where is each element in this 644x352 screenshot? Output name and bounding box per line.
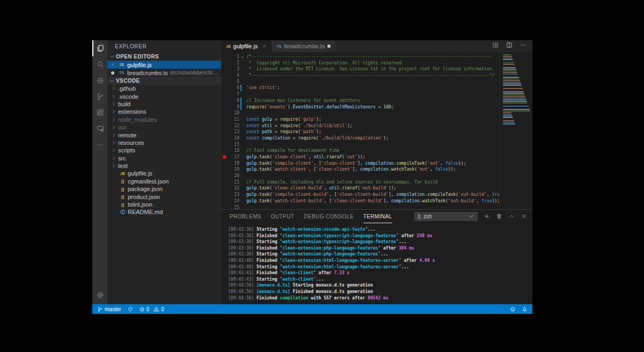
tree-file-product.json[interactable]: {}product.json [107,193,221,200]
terminal-shell-select[interactable]: 1: zsh [414,212,478,221]
git-branch-item[interactable]: master [97,306,121,312]
activity-item-debug[interactable] [92,72,107,89]
tree-folder-src[interactable]: src [107,155,221,162]
activity-item-search[interactable] [92,56,107,72]
notifications-bell-button[interactable] [522,306,528,312]
fold-chevron-icon[interactable]: ⌄ [239,54,245,60]
feedback-smiley-button[interactable] [510,306,516,312]
activity-item-manage[interactable] [92,286,107,304]
gutter-margin[interactable] [221,91,228,98]
gutter-margin[interactable] [221,204,228,210]
gutter-margin[interactable] [221,104,228,111]
tab-breadcrumbs.ts[interactable]: TSbreadcrumbs.ts [272,40,335,52]
gutter-margin[interactable] [221,110,228,116]
tab-gulpfile.js[interactable]: JSgulpfile.js [221,40,272,52]
code-line-17[interactable]: 17gulp.task('clean-client', util.rimraf(… [221,154,499,160]
code-line-7[interactable]: 7 [221,91,499,98]
activity-item-explorer[interactable] [92,40,107,56]
close-icon[interactable] [109,62,116,67]
code-line-1[interactable]: 1⌄/*------------------------------------… [221,54,499,60]
code-line-24[interactable]: 24gulp.task('watch-client-build', ['clea… [221,198,499,204]
tree-folder-test[interactable]: test [107,162,221,170]
open-editor-item[interactable]: TSbreadcrumbs.tssrc/vs/workbench/brows..… [107,69,221,77]
tree-folder-node_modules[interactable]: node_modules [107,116,221,123]
code-line-8[interactable]: 8// Increase max listeners for event emi… [221,98,499,104]
open-editor-item[interactable]: JSgulpfile.js [107,61,221,69]
editor[interactable]: 1⌄/*------------------------------------… [221,52,532,209]
code-line-25[interactable]: 25 [221,204,499,210]
tree-file-package.json[interactable]: {}package.json [107,185,221,193]
open-changes-icon[interactable] [492,41,499,51]
gutter-margin[interactable] [221,116,228,123]
terminal-output[interactable]: [09:43:36] Starting 'watch-extension:vsc… [221,223,532,304]
workspace-section-header[interactable]: VSCODE [107,77,221,85]
more-actions-icon[interactable] [519,41,527,51]
code-line-4[interactable]: 4 *-------------------------------------… [221,72,499,79]
new-terminal-button[interactable] [484,212,490,222]
gutter-margin[interactable] [221,66,228,72]
code-line-20[interactable]: 20 [221,173,499,179]
code-line-6[interactable]: 6'use strict'; [221,85,499,91]
open-editors-header[interactable]: OPEN EDITORS [107,53,221,61]
tree-file-tslint.json[interactable]: {}tslint.json [107,201,221,208]
gutter-margin[interactable] [221,160,228,167]
code-line-3[interactable]: 3 * Licensed under the MIT License. See … [221,66,499,72]
code-area[interactable]: 1⌄/*------------------------------------… [221,52,499,209]
tree-folder-remote[interactable]: remote [107,131,221,138]
problems-item[interactable]: 0 0 [139,306,164,312]
kill-terminal-button[interactable] [496,212,502,222]
code-line-21[interactable]: 21// Full compile, including nls and inl… [221,179,499,186]
gutter-margin[interactable] [221,185,228,192]
tree-folder-resources[interactable]: resources [107,139,221,146]
tree-folder-out[interactable]: out [107,123,221,131]
code-line-5[interactable]: 5 [221,79,499,85]
tree-folder-build[interactable]: build [107,100,221,108]
code-line-15[interactable]: 15 [221,142,499,148]
sync-button[interactable] [127,306,133,312]
tree-folder-extensions[interactable]: extensions [107,108,221,115]
activity-item-source-control[interactable] [92,89,107,105]
code-line-13[interactable]: 13const path = require('path'); [221,129,499,135]
tree-file-README.md[interactable]: ⓘREADME.md [107,208,221,216]
maximize-panel-button[interactable] [508,212,515,222]
tree-file-gulpfile.js[interactable]: JSgulpfile.js [107,170,221,177]
close-panel-button[interactable] [521,212,527,222]
code-line-10[interactable]: 10 [221,110,499,116]
gutter-margin[interactable] [221,129,228,135]
panel-tab-debug-console[interactable]: DEBUG CONSOLE [304,210,353,223]
gutter-margin[interactable] [221,142,228,148]
modified-dot[interactable] [327,45,331,48]
minimap[interactable] [499,52,532,209]
close-icon[interactable] [262,43,267,49]
code-line-11[interactable]: 11const gulp = require('gulp'); [221,116,499,123]
gutter-margin[interactable] [221,179,228,186]
gutter-margin[interactable] [221,173,228,179]
split-editor-icon[interactable] [506,41,513,51]
activity-item-additional-views[interactable] [92,137,107,153]
code-line-19[interactable]: 19gulp.task('watch-client', ['clean-clie… [221,166,499,173]
gutter-margin[interactable] [221,72,228,79]
gutter-margin[interactable] [221,166,228,173]
activity-item-extensions[interactable] [92,105,107,121]
gutter-margin[interactable] [221,79,228,85]
gutter-margin[interactable] [221,98,228,104]
code-line-9[interactable]: 9require('events').EventEmitter.defaultM… [221,104,499,111]
panel-tab-problems[interactable]: PROBLEMS [230,210,261,223]
panel-tab-terminal[interactable]: TERMINAL [363,210,392,223]
breakpoint-dot[interactable] [221,154,228,160]
code-line-14[interactable]: 14const compilation = require('./build/l… [221,135,499,142]
code-line-23[interactable]: 23gulp.task('compile-client-build', ['cl… [221,192,499,198]
tree-file-cgmanifest.json[interactable]: {}cgmanifest.json [107,178,221,185]
panel-tab-output[interactable]: OUTPUT [271,210,295,223]
code-line-2[interactable]: 2 * Copyright (c) Microsoft Corporation.… [221,60,499,67]
tree-folder-scripts[interactable]: scripts [107,146,221,154]
gutter-margin[interactable] [221,135,228,142]
gutter-margin[interactable] [221,54,228,60]
tree-folder-.vscode[interactable]: .vscode [107,92,221,100]
code-line-22[interactable]: 22gulp.task('clean-client-build', util.r… [221,185,499,192]
tree-folder-.github[interactable]: .github [107,85,221,92]
code-line-16[interactable]: 16// Fast compile for development time [221,148,499,154]
gutter-margin[interactable] [221,192,228,198]
gutter-margin[interactable] [221,60,228,67]
gutter-margin[interactable] [221,85,228,91]
